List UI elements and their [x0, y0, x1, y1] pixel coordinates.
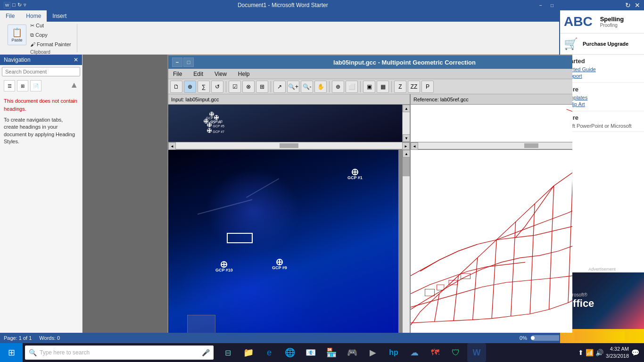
input-panel-header: Input: lab05input.gcc: [168, 94, 410, 105]
ref-top-scroll-left[interactable]: ◄: [411, 142, 418, 150]
tab-home[interactable]: Home: [20, 10, 47, 22]
start-icon: ⊞: [8, 347, 15, 358]
gcc-menu-view[interactable]: View: [212, 70, 230, 78]
clipboard-label: Clipboard: [30, 49, 50, 55]
more1-title: More: [564, 86, 640, 93]
tab-insert[interactable]: Insert: [47, 10, 72, 22]
taskbar-system-tray: ⬆ 📶 🔊 4:32 AM 3/23/2018 💬: [578, 346, 644, 360]
spelling-abc-icon: ABC: [564, 14, 593, 29]
purchase-section[interactable]: 🛒 Purchase Upgrade: [560, 33, 644, 55]
reference-label: Reference: lab05ref.gcc: [413, 97, 469, 102]
format-painter-button[interactable]: 🖌 Format Painter: [28, 40, 73, 49]
nav-close-icon[interactable]: ✕: [74, 57, 78, 63]
nav-list-view-button[interactable]: ☰: [4, 80, 15, 91]
templates-link[interactable]: Templates: [564, 95, 640, 100]
tool-p-button[interactable]: P: [421, 81, 434, 93]
tool-chip-a-button[interactable]: ▣: [363, 81, 375, 93]
app-office-store[interactable]: 🏪: [322, 343, 341, 362]
main-scroll-thumb-v: [403, 157, 410, 176]
tool-pan-button[interactable]: ✋: [314, 81, 327, 93]
app-email[interactable]: 📧: [301, 343, 320, 362]
gcp-marker-1-main: GCP #1: [347, 169, 363, 180]
gcc-window-controls[interactable]: − □: [172, 58, 194, 67]
app-media[interactable]: ▶: [363, 343, 382, 362]
more1-section: More Templates d Clip Art: [560, 83, 644, 111]
ms-panel-arrow-button[interactable]: ↻: [623, 1, 633, 9]
tool-chip-b-button[interactable]: ▦: [377, 81, 389, 93]
office-ad-image[interactable]: Microsoft® Office: [560, 272, 644, 329]
mini-scroll-up[interactable]: ▲: [403, 105, 410, 112]
cut-button[interactable]: ✂ Cut: [28, 21, 73, 30]
svg-line-5: [439, 251, 458, 260]
word-body: Navigation ✕ ☰ ⊞ 📄 ▲ This document does …: [0, 55, 572, 333]
tool-z-button[interactable]: Z: [394, 81, 406, 93]
tool-zoom-in-button[interactable]: 🔍+: [287, 81, 299, 93]
document-area: − □ lab05input.gcc - Multipoint Geometri…: [83, 55, 572, 333]
app-edge[interactable]: e: [260, 343, 279, 362]
sat-glow-1: [206, 169, 300, 254]
copy-button[interactable]: ⧉ Copy: [28, 31, 73, 39]
svg-line-2: [567, 109, 572, 128]
app-ie[interactable]: 🌐: [281, 343, 299, 362]
mini-scroll-down[interactable]: ▼: [403, 134, 410, 142]
start-button[interactable]: ⊞: [0, 343, 23, 362]
tool-arrow-button[interactable]: ↗: [273, 81, 286, 93]
tool-cursor-button[interactable]: ⊕: [184, 81, 196, 93]
gcc-maximize-button[interactable]: □: [183, 58, 194, 67]
taskbar-search-box[interactable]: 🔍 Type here to search 🎤: [25, 346, 214, 360]
gcc-menu-edit[interactable]: Edit: [190, 70, 206, 78]
app-games[interactable]: 🎮: [343, 343, 362, 362]
tool-stats-button[interactable]: ∑: [198, 81, 210, 93]
notification-icon[interactable]: 💬: [631, 349, 639, 356]
gcc-menubar: File Edit View Help: [168, 69, 572, 79]
gcp-marker-10-main: GCP #10: [215, 261, 233, 272]
main-scroll-up[interactable]: ▲: [403, 150, 410, 157]
app-word[interactable]: W: [467, 343, 486, 362]
gcc-menu-file[interactable]: File: [170, 70, 185, 78]
clipart-link[interactable]: d Clip Art: [564, 101, 640, 107]
search-placeholder-text: Type here to search: [40, 349, 90, 356]
gcc-window: − □ lab05input.gcc - Multipoint Geometri…: [167, 55, 572, 333]
sat-building-1: [187, 315, 215, 333]
app-maps[interactable]: 🗺: [426, 343, 445, 362]
gcc-menu-help[interactable]: Help: [235, 70, 253, 78]
gcc-minimize-button[interactable]: −: [172, 58, 182, 67]
support-link[interactable]: Support: [564, 73, 640, 79]
tool-select-button[interactable]: ⬜: [346, 81, 358, 93]
tool-checkbox-button[interactable]: ☑: [229, 81, 241, 93]
nav-page-view-button[interactable]: 📄: [30, 80, 41, 91]
ref-mini-view: ▲ ▼: [411, 105, 572, 142]
app-file-explorer[interactable]: 📁: [239, 343, 258, 362]
tool-zoom-out-button[interactable]: 🔍-: [301, 81, 313, 93]
app-weather[interactable]: ☁: [405, 343, 424, 362]
tool-new-button[interactable]: 🗋: [170, 81, 182, 93]
tab-file[interactable]: File: [0, 10, 20, 22]
ref-mini-map-svg: [411, 105, 572, 142]
tool-crosshair-button[interactable]: ⊕: [332, 81, 344, 93]
tool-reset-button[interactable]: ↺: [211, 81, 223, 93]
tool-error-button[interactable]: ⊗: [242, 81, 255, 93]
vertical-drag[interactable]: [398, 150, 402, 333]
nav-search-area: [0, 65, 82, 78]
tool-zz-button[interactable]: ZZ: [408, 81, 420, 93]
app-security[interactable]: 🛡: [446, 343, 465, 362]
clipboard-small-buttons: ✂ Cut ⧉ Copy 🖌 Format Painter: [28, 21, 73, 49]
ms-panel-close-button[interactable]: ✕: [633, 1, 642, 9]
nav-chevron-up-icon[interactable]: ▲: [70, 80, 78, 91]
nav-grid-view-button[interactable]: ⊞: [17, 80, 28, 91]
top-scroll-left[interactable]: ◄: [168, 142, 176, 150]
maximize-button[interactable]: □: [547, 1, 557, 9]
minimize-button[interactable]: −: [536, 1, 546, 9]
paste-button[interactable]: 📋 Paste: [8, 25, 26, 45]
clock-time: 4:32 AM: [606, 346, 629, 353]
toolbar-separator-5: [391, 81, 392, 92]
taskview-button[interactable]: ⊟: [218, 343, 237, 362]
started-guide-link[interactable]: Started Guide: [564, 66, 640, 72]
navigation-header: Navigation ✕: [0, 55, 82, 65]
search-input[interactable]: [2, 67, 80, 76]
top-scroll-right[interactable]: ►: [402, 142, 410, 150]
purchase-label: Purchase Upgrade: [583, 41, 628, 47]
tool-layers-button[interactable]: ⊞: [256, 81, 268, 93]
app-hp[interactable]: hp: [384, 343, 403, 362]
gcp-marker-7: GCP #7: [207, 128, 224, 134]
